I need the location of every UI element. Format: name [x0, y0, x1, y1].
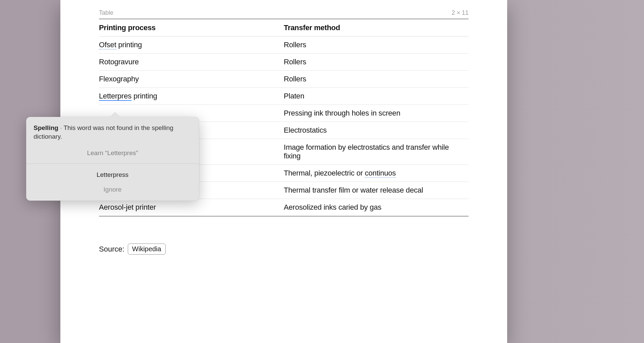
learn-word-button[interactable]: Learn “Letterpres”: [26, 145, 199, 163]
table-row[interactable]: FlexographyRollers: [99, 71, 469, 88]
cell-text: Thermal, piezoelectric or: [284, 169, 365, 177]
cell-text: Platen: [284, 92, 304, 100]
source-link-button[interactable]: Wikipedia: [128, 244, 166, 255]
source-row: Source: Wikipedia: [99, 244, 469, 255]
table-dimensions-label: 2 × 11: [451, 9, 469, 16]
cell-text: Electrostatics: [284, 126, 327, 134]
cell-process[interactable]: Rotogravure: [99, 54, 284, 71]
cell-text: Image formation by electrostatics and tr…: [284, 143, 449, 160]
cell-transfer[interactable]: Rollers: [284, 71, 469, 88]
cell-transfer[interactable]: Thermal transfer film or water release d…: [284, 182, 469, 199]
table-row[interactable]: Ofset printingRollers: [99, 37, 469, 54]
table-header-row: Printing process Transfer method: [99, 19, 469, 37]
cell-transfer[interactable]: Rollers: [284, 54, 469, 71]
spelling-suggestion-button[interactable]: Letterpress: [26, 164, 199, 183]
cell-text: Pressing ink through holes in screen: [284, 109, 400, 117]
cell-process[interactable]: Letterpres printing: [99, 88, 284, 105]
table-row[interactable]: Aerosol-jet printerAerosolized inks cari…: [99, 199, 469, 216]
misspelled-word[interactable]: Ofset: [99, 41, 116, 50]
source-label: Source:: [99, 245, 124, 254]
misspelled-word[interactable]: Letterpres: [99, 92, 131, 101]
cell-transfer[interactable]: Rollers: [284, 37, 469, 54]
cell-transfer[interactable]: Thermal, piezoelectric or continuos: [284, 165, 469, 182]
cell-transfer[interactable]: Aerosolized inks caried by gas: [284, 199, 469, 216]
cell-text: Aerosol-jet printer: [99, 203, 156, 211]
column-header-process[interactable]: Printing process: [99, 19, 284, 37]
cell-text: printing: [131, 92, 157, 100]
table-row[interactable]: Letterpres printingPlaten: [99, 88, 469, 105]
table-meta-bar: Table 2 × 11: [99, 9, 469, 19]
cell-text: printing: [116, 41, 142, 49]
cell-text: Rollers: [284, 58, 306, 66]
ignore-button[interactable]: Ignore: [26, 183, 199, 201]
cell-transfer[interactable]: Electrostatics: [284, 122, 469, 139]
spelling-popover-message: Spelling · This word was not found in th…: [26, 117, 199, 145]
spelling-popover-title: Spelling: [34, 124, 58, 131]
cell-process[interactable]: Flexography: [99, 71, 284, 88]
table-type-label: Table: [99, 9, 113, 16]
spelling-popover: Spelling · This word was not found in th…: [26, 117, 199, 201]
cell-text: Aerosolized inks caried by gas: [284, 203, 381, 211]
cell-text: Thermal transfer film or water release d…: [284, 186, 423, 194]
cell-text: Rotogravure: [99, 58, 139, 66]
cell-text: Rollers: [284, 41, 306, 49]
misspelled-word[interactable]: continuos: [365, 169, 396, 178]
cell-transfer[interactable]: Pressing ink through holes in screen: [284, 105, 469, 122]
cell-transfer[interactable]: Platen: [284, 88, 469, 105]
table-row[interactable]: RotogravureRollers: [99, 54, 469, 71]
cell-transfer[interactable]: Image formation by electrostatics and tr…: [284, 139, 469, 165]
cell-text: Flexography: [99, 75, 139, 83]
cell-process[interactable]: Aerosol-jet printer: [99, 199, 284, 216]
column-header-transfer[interactable]: Transfer method: [284, 19, 469, 37]
spelling-popover-separator: ·: [58, 124, 64, 131]
cell-process[interactable]: Ofset printing: [99, 37, 284, 54]
cell-text: Rollers: [284, 75, 306, 83]
